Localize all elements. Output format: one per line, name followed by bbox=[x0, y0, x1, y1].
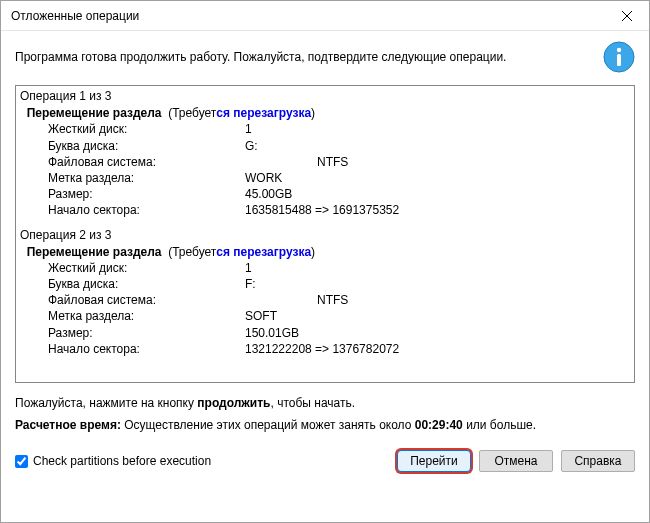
check-partitions-label[interactable]: Check partitions before execution bbox=[15, 454, 389, 468]
row-size: Размер:45.00GB bbox=[20, 186, 630, 202]
operation-block: Операция 1 из 3 Перемещение раздела (Тре… bbox=[20, 88, 630, 219]
svg-point-3 bbox=[617, 48, 621, 52]
cancel-button[interactable]: Отмена bbox=[479, 450, 553, 472]
row-drive-letter: Буква диска:F: bbox=[20, 276, 630, 292]
estimate-suffix: или больше. bbox=[463, 418, 536, 432]
row-hdd: Жесткий диск:1 bbox=[20, 121, 630, 137]
info-icon bbox=[603, 41, 635, 73]
operation-title: Перемещение раздела (Требуется перезагру… bbox=[20, 244, 630, 260]
check-partitions-checkbox[interactable] bbox=[15, 455, 28, 468]
row-start-sector: Начало сектора:1321222208 => 1376782072 bbox=[20, 341, 630, 357]
hint-bold: продолжить bbox=[197, 396, 270, 410]
header-message: Программа готова продолжить работу. Пожа… bbox=[15, 49, 593, 65]
close-button[interactable] bbox=[604, 1, 649, 31]
window-title: Отложенные операции bbox=[11, 9, 604, 23]
row-drive-letter: Буква диска:G: bbox=[20, 138, 630, 154]
operations-list[interactable]: Операция 1 из 3 Перемещение раздела (Тре… bbox=[15, 85, 635, 383]
header: Программа готова продолжить работу. Пожа… bbox=[1, 31, 649, 85]
hint-suffix: , чтобы начать. bbox=[271, 396, 356, 410]
row-volume-label: Метка раздела:WORK bbox=[20, 170, 630, 186]
operation-counter: Операция 2 из 3 bbox=[20, 227, 630, 243]
row-volume-label: Метка раздела:SOFT bbox=[20, 308, 630, 324]
estimate-label: Расчетное время: bbox=[15, 418, 124, 432]
close-icon bbox=[622, 11, 632, 21]
titlebar: Отложенные операции bbox=[1, 1, 649, 31]
check-partitions-text: Check partitions before execution bbox=[33, 454, 211, 468]
row-start-sector: Начало сектора:1635815488 => 1691375352 bbox=[20, 202, 630, 218]
row-hdd: Жесткий диск:1 bbox=[20, 260, 630, 276]
row-filesystem: Файловая система:NTFS bbox=[20, 292, 630, 308]
hint-text: Пожалуйста, нажмите на кнопку продолжить… bbox=[1, 388, 649, 412]
operation-title: Перемещение раздела (Требуется перезагру… bbox=[20, 105, 630, 121]
estimate-text: Расчетное время: Осуществление этих опер… bbox=[1, 412, 649, 444]
svg-rect-4 bbox=[617, 54, 621, 66]
estimate-time: 00:29:40 bbox=[415, 418, 463, 432]
row-size: Размер:150.01GB bbox=[20, 325, 630, 341]
help-button[interactable]: Справка bbox=[561, 450, 635, 472]
operation-block: Операция 2 из 3 Перемещение раздела (Тре… bbox=[20, 227, 630, 358]
row-filesystem: Файловая система:NTFS bbox=[20, 154, 630, 170]
go-button[interactable]: Перейти bbox=[397, 450, 471, 472]
footer: Check partitions before execution Перейт… bbox=[1, 444, 649, 482]
estimate-prefix: Осуществление этих операций может занять… bbox=[124, 418, 414, 432]
hint-prefix: Пожалуйста, нажмите на кнопку bbox=[15, 396, 197, 410]
operation-counter: Операция 1 из 3 bbox=[20, 88, 630, 104]
